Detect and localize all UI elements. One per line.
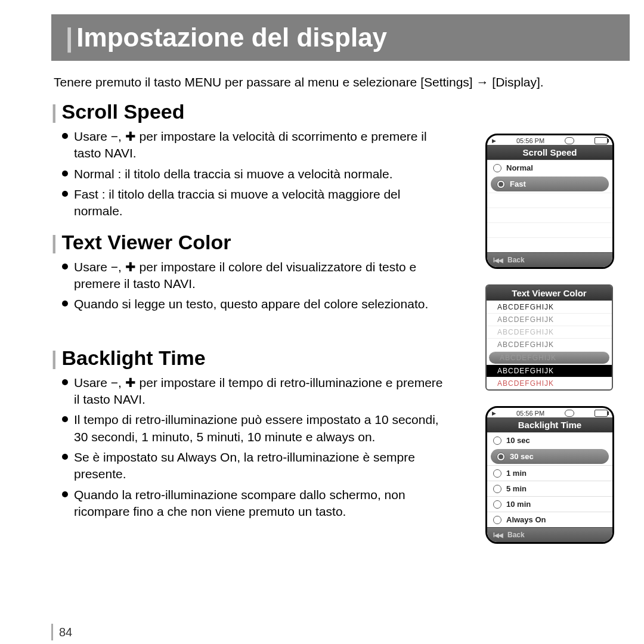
device-menu-title: Backlight Time: [487, 417, 612, 432]
color-option-sample: ABCDEFGHIJK: [497, 315, 554, 324]
radio-icon: [493, 436, 501, 445]
color-option-sample: ABCDEFGHIJK: [497, 340, 554, 349]
device-menu-title: Text Viewer Color: [487, 286, 612, 301]
color-option[interactable]: ABCDEFGHIJK: [487, 377, 612, 389]
menu-option[interactable]: Normal: [487, 160, 612, 175]
bullet-item: Fast : il titolo della traccia si muove …: [62, 186, 444, 220]
radio-icon: [497, 180, 505, 188]
bullet-dot-icon: [62, 171, 68, 177]
back-icon: I◀◀: [493, 532, 504, 538]
color-option[interactable]: ABCDEFGHIJK: [487, 364, 612, 377]
color-option[interactable]: ABCDEFGHIJK: [487, 326, 612, 338]
bullet-item: Quando la retro-illuminazione scompare d…: [62, 487, 444, 521]
radio-icon: [493, 500, 501, 509]
loop-icon: [565, 410, 574, 417]
device-time: 05:56 PM: [516, 410, 544, 417]
color-option-sample: ABCDEFGHIJK: [497, 328, 554, 336]
device-status-bar: ▶ 05:56 PM: [487, 408, 612, 417]
back-icon: I◀◀: [493, 257, 504, 264]
menu-option-label: 10 sec: [506, 436, 530, 445]
menu-option[interactable]: 10 min: [487, 496, 612, 512]
bullet-item: Quando si legge un testo, questo appare …: [62, 296, 444, 312]
menu-option[interactable]: Fast: [491, 177, 609, 191]
page-number: 84: [51, 624, 72, 640]
title-pipe-icon: |: [66, 23, 73, 52]
bullet-dot-icon: [62, 264, 68, 270]
bullet-item: Usare −, ✚ per impostare il tempo di ret…: [62, 374, 444, 408]
device-screenshot-scroll-speed: ▶ 05:56 PM Scroll Speed NormalFast I◀◀Ba…: [485, 134, 614, 269]
menu-option-label: 1 min: [506, 469, 527, 478]
bullet-dot-icon: [62, 379, 68, 385]
menu-option[interactable]: Always On: [487, 512, 612, 527]
radio-icon: [493, 164, 501, 172]
radio-icon: [493, 516, 501, 524]
menu-option-label: 10 min: [506, 500, 531, 509]
device-status-bar: ▶ 05:56 PM: [487, 135, 612, 145]
menu-option[interactable]: 10 sec: [487, 432, 612, 448]
color-option[interactable]: ABCDEFGHIJK: [487, 301, 612, 313]
color-option-sample: ABCDEFGHIJK: [497, 379, 554, 388]
device-back-button[interactable]: I◀◀Back: [487, 252, 612, 267]
heading-pipe-icon: |: [51, 100, 57, 123]
device-time: 05:56 PM: [516, 137, 544, 144]
bullet-dot-icon: [62, 454, 68, 460]
radio-icon: [493, 485, 501, 493]
menu-option[interactable]: 1 min: [487, 465, 612, 481]
device-screenshot-text-viewer-color: Text Viewer Color ABCDEFGHIJKABCDEFGHIJK…: [485, 284, 613, 391]
battery-icon: [595, 410, 608, 417]
menu-option-label: Fast: [510, 179, 526, 188]
title-text: Impostazione del display: [76, 23, 387, 52]
menu-option-label: Normal: [506, 163, 533, 172]
device-back-button[interactable]: I◀◀Back: [487, 527, 612, 542]
color-option-sample: ABCDEFGHIJK: [500, 354, 556, 362]
color-option[interactable]: ABCDEFGHIJK: [487, 313, 612, 326]
menu-option-label: 5 min: [506, 484, 527, 493]
bullet-item: Il tempo di retro-illuminazione può esse…: [62, 411, 444, 445]
page-title: |Impostazione del display: [51, 14, 630, 61]
bullet-item: Se è impostato su Always On, la retro-il…: [62, 449, 444, 483]
bullet-item: Usare −, ✚ per impostare il colore del v…: [62, 259, 444, 293]
radio-icon: [497, 453, 505, 461]
intro-text: Tenere premuto il tasto MENU per passare…: [54, 75, 630, 89]
device-screenshot-backlight-time: ▶ 05:56 PM Backlight Time 10 sec30 sec1 …: [485, 406, 614, 544]
bullet-item: Usare −, ✚ per impostare la velocità di …: [62, 128, 444, 162]
bullet-dot-icon: [62, 416, 68, 422]
device-menu-title: Scroll Speed: [487, 145, 612, 160]
color-option[interactable]: ABCDEFGHIJK: [487, 338, 612, 351]
bullet-dot-icon: [62, 191, 68, 197]
play-icon: ▶: [492, 138, 496, 144]
radio-icon: [493, 469, 501, 478]
battery-icon: [595, 137, 608, 144]
menu-option-label: 30 sec: [510, 452, 534, 461]
menu-option[interactable]: 5 min: [487, 481, 612, 496]
heading-pipe-icon: |: [51, 346, 57, 369]
color-option-sample: ABCDEFGHIJK: [497, 367, 554, 375]
heading-pipe-icon: |: [51, 231, 57, 253]
play-icon: ▶: [492, 410, 496, 416]
page-number-bar-icon: [51, 624, 53, 640]
bullet-dot-icon: [62, 133, 68, 139]
bullet-dot-icon: [62, 491, 68, 497]
menu-option[interactable]: 30 sec: [491, 449, 609, 464]
color-option-sample: ABCDEFGHIJK: [497, 303, 554, 311]
bullet-dot-icon: [62, 301, 68, 306]
menu-option-label: Always On: [506, 515, 546, 524]
bullet-item: Normal : il titolo della traccia si muov…: [62, 166, 444, 182]
loop-icon: [565, 137, 574, 144]
section-heading-scroll-speed: |Scroll Speed: [51, 100, 630, 123]
color-option[interactable]: ABCDEFGHIJK: [489, 351, 609, 364]
